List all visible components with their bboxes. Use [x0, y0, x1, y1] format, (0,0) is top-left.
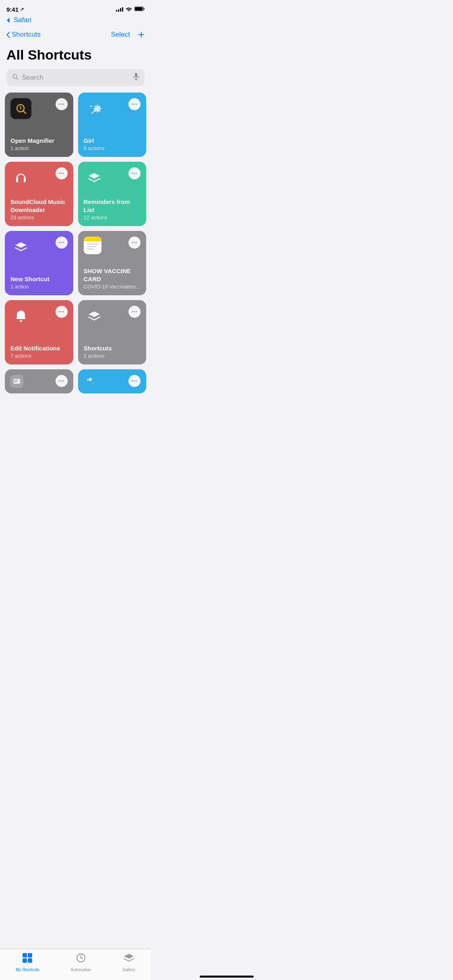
more-button[interactable]: ··· — [128, 306, 141, 318]
shortcuts-grid: ··· Open Magnifier 1 action ··· Girl — [0, 93, 151, 364]
search-placeholder: Search — [22, 74, 130, 82]
more-button[interactable]: ··· — [56, 98, 68, 110]
shortcut-card-soundcloud[interactable]: ··· SoundCloud Music Downloader 29 actio… — [5, 162, 73, 226]
card-subtitle: 29 actions — [10, 214, 68, 220]
card-top: ··· — [10, 167, 68, 188]
card-bottom: Open Magnifier 1 action — [10, 137, 68, 152]
card-title: New Shortcut — [10, 275, 68, 283]
more-button[interactable]: ··· — [128, 98, 141, 110]
search-container: Search — [0, 69, 151, 93]
back-bar: Safari — [0, 15, 151, 27]
card-top: ··· — [10, 237, 68, 257]
shortcut-card-edit-notifications[interactable]: ··· Edit Notifications 7 actions — [5, 300, 73, 364]
magnifier-icon — [10, 98, 31, 119]
partial-cards-row: ··· ··· — [0, 369, 151, 393]
search-bar[interactable]: Search — [6, 69, 145, 86]
card-subtitle: 1 action — [10, 145, 68, 151]
card-subtitle: 2 actions — [84, 353, 141, 359]
svg-point-21 — [20, 320, 22, 322]
shortcut-card-reminders[interactable]: ··· Reminders from List 12 actions — [78, 162, 147, 226]
card-top: ··· — [84, 375, 141, 388]
shortcut-card-vaccine[interactable]: ··· SHOW VACCINE CARD COVID-19 Vaccinati… — [78, 231, 147, 295]
card-title: Open Magnifier — [10, 137, 68, 145]
nav-back-label: Shortcuts — [12, 31, 41, 39]
shortcut-card-shortcuts[interactable]: ··· Shortcuts 2 actions — [78, 300, 147, 364]
more-button[interactable]: ··· — [128, 237, 141, 249]
page-title: All Shortcuts — [6, 47, 145, 62]
svg-rect-20 — [87, 249, 94, 249]
svg-rect-24 — [14, 381, 17, 382]
card-title: Edit Notifications — [10, 344, 68, 352]
more-button[interactable]: ··· — [56, 167, 68, 179]
wifi-icon — [126, 6, 132, 13]
search-icon — [12, 74, 19, 82]
status-bar: 9:41 ↗ — [0, 0, 151, 15]
svg-rect-5 — [135, 73, 137, 77]
card-bottom: New Shortcut 1 action — [10, 275, 68, 290]
card-top: ··· — [10, 98, 68, 119]
card-top: ··· — [84, 98, 141, 119]
headphones-icon — [10, 167, 31, 188]
svg-point-15 — [94, 109, 96, 111]
shortcut-card-girl[interactable]: ··· Girl 5 actions — [78, 93, 147, 157]
time-label: 9:41 — [6, 6, 19, 13]
svg-rect-22 — [14, 379, 20, 384]
status-icons — [116, 6, 145, 13]
nav-actions: Select + — [111, 28, 145, 41]
layers-icon — [84, 167, 105, 188]
safari-back-label: Safari — [14, 16, 31, 24]
partial-card-2[interactable]: ··· — [78, 369, 147, 393]
card-top: ··· — [84, 237, 141, 254]
svg-point-26 — [93, 383, 93, 383]
card-subtitle: 12 actions — [84, 214, 141, 220]
svg-rect-19 — [87, 246, 96, 247]
page-title-section: All Shortcuts — [0, 44, 151, 69]
svg-rect-1 — [144, 8, 145, 10]
svg-line-9 — [23, 111, 26, 114]
location-icon: ↗ — [20, 7, 24, 12]
card-title: Girl — [84, 137, 141, 145]
card-title: Reminders from List — [84, 198, 141, 214]
card-subtitle: 5 actions — [84, 145, 141, 151]
signal-icon — [116, 7, 123, 12]
card-bottom: Reminders from List 12 actions — [84, 198, 141, 220]
card-title: Shortcuts — [84, 344, 141, 352]
card-subtitle: 1 action — [10, 284, 68, 290]
shortcut-card-open-magnifier[interactable]: ··· Open Magnifier 1 action — [5, 93, 73, 157]
bell-icon — [10, 306, 31, 327]
svg-point-12 — [90, 105, 92, 107]
more-button[interactable]: ··· — [128, 167, 141, 179]
battery-icon — [134, 6, 145, 13]
svg-point-13 — [97, 111, 99, 112]
card-top: ··· — [84, 167, 141, 188]
svg-point-11 — [20, 109, 21, 109]
card-subtitle: 7 actions — [10, 353, 68, 359]
sparkle-icon — [84, 375, 97, 388]
card-bottom: Edit Notifications 7 actions — [10, 344, 68, 359]
shortcut-card-new-shortcut[interactable]: ··· New Shortcut 1 action — [5, 231, 73, 295]
card-bottom: SoundCloud Music Downloader 29 actions — [10, 198, 68, 220]
more-button[interactable]: ··· — [56, 306, 68, 318]
svg-line-4 — [17, 78, 18, 80]
back-button[interactable]: Shortcuts — [6, 31, 41, 39]
svg-rect-2 — [135, 7, 143, 10]
card-top: ··· — [84, 306, 141, 327]
card-top: ··· — [10, 375, 68, 388]
more-button[interactable]: ··· — [56, 375, 68, 387]
partial-card-1[interactable]: ··· — [5, 369, 73, 393]
more-button[interactable]: ··· — [128, 375, 141, 387]
sparkle-icon — [84, 98, 105, 119]
select-button[interactable]: Select — [111, 31, 130, 39]
card-bottom: Shortcuts 2 actions — [84, 344, 141, 359]
card-subtitle: COVID-19 Vaccination... — [84, 284, 141, 290]
add-button[interactable]: + — [138, 28, 145, 41]
safari-back-button[interactable]: Safari — [6, 16, 145, 24]
card-bottom: SHOW VACCINE CARD COVID-19 Vaccination..… — [84, 267, 141, 290]
layers-icon — [10, 237, 31, 257]
svg-rect-23 — [14, 380, 18, 381]
more-button[interactable]: ··· — [56, 237, 68, 249]
status-time: 9:41 ↗ — [6, 6, 24, 13]
svg-rect-17 — [84, 237, 101, 241]
notes-icon — [84, 237, 101, 254]
card-top: ··· — [10, 306, 68, 327]
